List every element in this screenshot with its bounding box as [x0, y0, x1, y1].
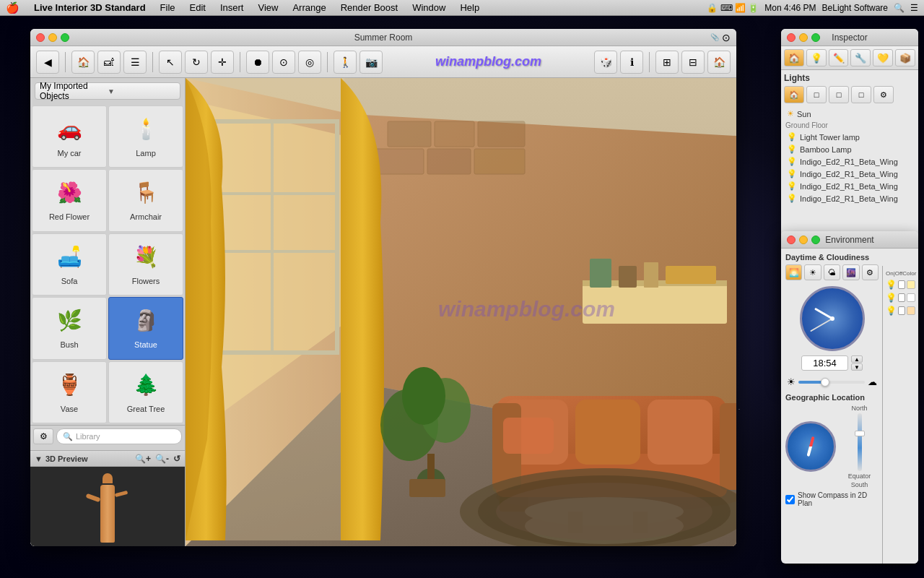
dt-btn-afternoon[interactable]: 🌤	[824, 264, 840, 280]
back-button[interactable]: ◀	[36, 51, 59, 74]
info-button[interactable]: ℹ	[620, 51, 643, 74]
object-item-flowers[interactable]: 💐 Flowers	[108, 233, 183, 296]
search-bar[interactable]: 🔍 Library	[56, 428, 182, 444]
menu-insert[interactable]: Insert	[217, 2, 247, 13]
light-btn-4[interactable]: □	[851, 86, 871, 103]
light-indigo-1[interactable]: 💡 Indigo_Ed2_R1_Beta_Wing	[784, 155, 915, 168]
light-btn-2[interactable]: □	[806, 86, 827, 103]
3d-view-button[interactable]: 🎲	[594, 51, 617, 74]
canvas-area[interactable]: winampblog.com	[186, 78, 736, 546]
menu-view[interactable]: View	[255, 2, 281, 13]
object-item-statue[interactable]: 🗿 Statue	[108, 297, 183, 359]
inspector-tab-light[interactable]: 💡	[806, 49, 827, 66]
menu-app-name[interactable]: Live Interior 3D Standard	[31, 2, 149, 13]
inspector-minimize-button[interactable]	[799, 33, 808, 42]
env-checkbox-3[interactable]	[898, 306, 905, 315]
object-item-vase[interactable]: 🏺 Vase	[32, 361, 107, 423]
menu-file[interactable]: File	[157, 2, 178, 13]
time-input[interactable]	[801, 355, 848, 371]
minimize-button[interactable]	[48, 33, 57, 42]
env-color-3[interactable]	[907, 306, 916, 315]
show-compass-option[interactable]: Show Compass in 2D Plan	[785, 491, 879, 507]
layout1-button[interactable]: ⊞	[655, 51, 679, 74]
time-up-button[interactable]: ▲	[851, 355, 863, 363]
menu-edit[interactable]: Edit	[187, 2, 209, 13]
latitude-thumb[interactable]	[855, 431, 865, 436]
dt-btn-day[interactable]: ☀	[804, 264, 821, 280]
dt-btn-sunset[interactable]: 🌆	[842, 264, 859, 280]
home-view-button[interactable]: 🏠	[707, 51, 731, 74]
object-item-greattree[interactable]: 🌲 Great Tree	[108, 361, 183, 423]
object-item-sofa[interactable]: 🛋️ Sofa	[32, 233, 107, 296]
object-item-bush[interactable]: 🌿 Bush	[32, 297, 107, 359]
svg-rect-3	[388, 121, 431, 147]
close-button[interactable]	[36, 33, 45, 42]
menu-window[interactable]: Window	[409, 2, 448, 13]
light-btn-3[interactable]: □	[829, 86, 849, 103]
lights-header: Lights	[784, 73, 915, 83]
flowers-icon: 💐	[124, 237, 167, 277]
object-item-armchair[interactable]: 🪑 Armchair	[108, 169, 183, 231]
light-indigo-2[interactable]: 💡 Indigo_Ed2_R1_Beta_Wing	[784, 168, 915, 180]
inspector-tab-edit[interactable]: ✏️	[829, 49, 849, 66]
inspector-tab-home[interactable]: 🏠	[784, 49, 804, 66]
inspector-tab-box[interactable]: 📦	[895, 49, 915, 66]
env-maximize-button[interactable]	[811, 236, 820, 244]
apple-logo[interactable]: 🍎	[6, 1, 19, 14]
light-tower-lamp[interactable]: 💡 Light Tower lamp	[784, 131, 915, 143]
env-color-1[interactable]	[907, 280, 916, 289]
menubar-search-icon[interactable]: 🔍	[894, 3, 905, 13]
env-minimize-button[interactable]	[799, 236, 808, 244]
light-btn-settings[interactable]: ⚙	[873, 86, 894, 103]
dt-btn-custom[interactable]: ⚙	[862, 264, 879, 280]
refresh-button[interactable]: ↺	[173, 454, 180, 464]
render-button[interactable]: ◎	[298, 51, 321, 74]
preview-section: ▼ 3D Preview 🔍+ 🔍- ↺	[30, 450, 185, 546]
light-indigo-3[interactable]: 💡 Indigo_Ed2_R1_Beta_Wing	[784, 180, 915, 192]
inspector-maximize-button[interactable]	[811, 33, 820, 42]
latitude-slider[interactable]	[858, 413, 862, 471]
cloud-slider[interactable]	[798, 381, 865, 384]
light-indigo-4[interactable]: 💡 Indigo_Ed2_R1_Beta_Wing	[784, 192, 915, 204]
light-btn-1[interactable]: 🏠	[784, 86, 804, 103]
zoom-out-button[interactable]: 🔍-	[155, 454, 169, 464]
object-item-lamp[interactable]: 🕯️ Lamp	[108, 105, 183, 168]
photo-button[interactable]: 📷	[359, 51, 383, 74]
dt-btn-sunrise[interactable]: 🌅	[785, 264, 802, 280]
object-item-mycar[interactable]: 🚗 My car	[32, 105, 107, 168]
window-zoom-icon[interactable]: ⊙	[722, 32, 731, 43]
list-button[interactable]: ☰	[123, 51, 147, 74]
env-close-button[interactable]	[787, 236, 796, 244]
layout2-button[interactable]: ⊟	[681, 51, 705, 74]
maximize-button[interactable]	[61, 33, 69, 42]
zoom-in-button[interactable]: 🔍+	[135, 454, 151, 464]
menubar-list-icon[interactable]: ☰	[910, 3, 918, 13]
settings-button[interactable]: ⚙	[33, 428, 53, 444]
env-checkbox-1[interactable]	[898, 280, 905, 289]
env-checkbox-2[interactable]	[898, 293, 905, 302]
inspector-tab-settings[interactable]: 🔧	[850, 49, 871, 66]
inspector-tab-color[interactable]: 💛	[873, 49, 893, 66]
preview-collapse-icon[interactable]: ▼	[35, 454, 43, 463]
menu-arrange[interactable]: Arrange	[289, 2, 328, 13]
menu-help[interactable]: Help	[457, 2, 482, 13]
sun-item[interactable]: ☀ Sun	[784, 108, 915, 120]
menu-render-boost[interactable]: Render Boost	[338, 2, 401, 13]
furniture-button[interactable]: 🛋	[97, 51, 121, 74]
floor-plan-button[interactable]: 🏠	[71, 51, 95, 74]
env-color-2[interactable]	[907, 293, 916, 302]
light-bamboo-lamp[interactable]: 💡 Bamboo Lamp	[784, 143, 915, 155]
object-label-mycar: My car	[58, 149, 82, 158]
compass-checkbox[interactable]	[785, 495, 795, 504]
select-tool[interactable]: ↖	[159, 51, 182, 74]
inspector-close-button[interactable]	[787, 33, 796, 42]
cloud-slider-thumb[interactable]	[821, 378, 829, 387]
objects-dropdown[interactable]: My Imported Objects ▼	[35, 82, 180, 100]
record-button[interactable]: ⏺	[246, 51, 269, 74]
time-down-button[interactable]: ▼	[851, 363, 863, 371]
camera-button[interactable]: ⊙	[272, 51, 295, 74]
walk-button[interactable]: 🚶	[334, 51, 357, 74]
rotate-tool[interactable]: ↻	[185, 51, 208, 74]
object-item-redflower[interactable]: 🌺 Red Flower	[32, 169, 107, 231]
move-tool[interactable]: ✛	[211, 51, 234, 74]
